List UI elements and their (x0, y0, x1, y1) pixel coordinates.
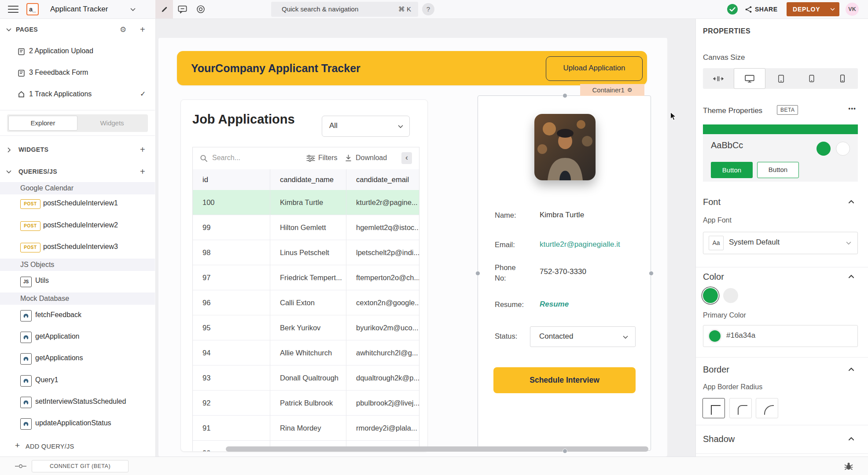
query-item[interactable]: POST postScheduleInterview1 (0, 195, 155, 213)
canvas-size-label: Canvas Size (703, 53, 745, 62)
widget-settings-gear-icon[interactable]: ⚙ (627, 87, 633, 93)
resize-handle-right[interactable] (649, 271, 654, 276)
table-row[interactable]: 92 Patrick Bulbrook pbulbrook2j@livej... (193, 391, 419, 416)
sidebar-page-feedback-form[interactable]: 3 Feeedback Form (0, 64, 155, 82)
collapse-panel-button[interactable]: ‹ (401, 152, 412, 164)
share-button[interactable]: SHARE (755, 6, 778, 13)
deploy-button[interactable]: DEPLOY (787, 2, 839, 16)
hamburger-menu-icon[interactable] (8, 5, 18, 13)
user-avatar[interactable]: VK (846, 3, 859, 16)
resize-handle-top[interactable] (563, 93, 567, 98)
candidate-detail-container[interactable]: Name: Kimbra Turtle Email: kturtle2r@pag… (478, 95, 651, 451)
query-item[interactable]: setInterviewStatusScheduled (0, 393, 155, 411)
sidebar-page-track-applications[interactable]: 1 Track Applications ✓ (0, 86, 155, 103)
comment-mode-icon[interactable] (178, 5, 187, 14)
js-object-item[interactable]: JS Utils (0, 273, 155, 290)
query-item[interactable]: POST postScheduleInterview3 (0, 239, 155, 256)
column-header-id[interactable]: id (193, 169, 270, 190)
border-radius-large[interactable] (756, 398, 778, 418)
color-swatch-green-selected[interactable] (703, 288, 718, 303)
cell-email: kturtle2r@pagine... (346, 190, 419, 215)
preview-mode-icon[interactable] (196, 5, 205, 14)
resize-handle-bottom[interactable] (563, 449, 567, 453)
pages-settings-gear-icon[interactable]: ⚙ (120, 25, 126, 34)
table-row[interactable]: 98 Linus Petschelt lpetschelt2p@indi... (193, 240, 419, 265)
primary-color-input[interactable]: #16a34a (703, 325, 858, 347)
theme-options-menu[interactable]: ••• (848, 105, 856, 112)
canvas-size-desktop-selected[interactable] (734, 68, 765, 89)
resume-link[interactable]: Resume (540, 300, 569, 309)
font-collapse-chevron-up-icon[interactable] (848, 200, 854, 204)
datasource-group-js-objects[interactable]: JS Objects (0, 259, 155, 271)
canvas-size-tablet-large[interactable] (765, 68, 796, 89)
table-row[interactable]: 94 Allie Whitchurch awhitchurch2l@g... (193, 340, 419, 365)
pages-chevron-down-icon[interactable] (6, 28, 11, 32)
datasource-group-google-calendar[interactable]: Google Calendar (0, 182, 155, 194)
debug-bug-icon[interactable] (844, 462, 853, 471)
sidebar-page-application-upload[interactable]: 2 Application Upload (0, 43, 155, 60)
share-icon[interactable] (745, 6, 752, 13)
upload-application-button[interactable]: Upload Application (546, 56, 643, 81)
shadow-collapse-chevron-up-icon[interactable] (848, 437, 854, 441)
app-font-select[interactable]: Aa System Default (703, 232, 858, 254)
resume-label: Resume: (495, 300, 524, 309)
edit-mode-button[interactable] (155, 0, 173, 18)
app-title-chevron-down-icon[interactable] (130, 8, 136, 11)
query-item[interactable]: getApplication (0, 328, 155, 346)
widgets-section-header[interactable]: WIDGETS + (0, 143, 155, 157)
connect-git-button[interactable]: CONNECT GIT (BETA) (32, 460, 129, 472)
schedule-interview-button[interactable]: Schedule Interview (493, 367, 636, 393)
datasource-group-mock-database[interactable]: Mock Database (0, 292, 155, 305)
query-item[interactable]: updateApplicationStatus (0, 415, 155, 432)
table-header-row: id candidate_name candidate_email (193, 169, 419, 190)
query-item[interactable]: POST postScheduleInterview2 (0, 217, 155, 235)
app-logo[interactable]: a_ (26, 3, 39, 15)
tab-widgets[interactable]: Widgets (77, 116, 147, 131)
app-title[interactable]: Applicant Tracker (50, 5, 108, 14)
query-item[interactable]: getApplications (0, 350, 155, 367)
widgets-chevron-right-icon[interactable] (7, 147, 11, 153)
border-radius-none-selected[interactable] (702, 398, 725, 418)
add-query-plus-button[interactable]: + (140, 167, 145, 176)
queries-chevron-down-icon[interactable] (6, 170, 11, 174)
resize-handle-left[interactable] (475, 271, 480, 276)
query-item[interactable]: Query1 (0, 372, 155, 389)
tab-explorer[interactable]: Explorer (8, 116, 77, 131)
add-widget-button[interactable]: + (140, 145, 145, 154)
table-row-selected[interactable]: 100 Kimbra Turtle kturtle2r@pagine... (193, 190, 419, 215)
help-button[interactable]: ? (422, 3, 434, 15)
table-row[interactable]: 97 Friedrick Tempert... ftemperton2o@ch.… (193, 265, 419, 290)
horizontal-scrollbar[interactable] (226, 446, 648, 452)
table-row[interactable]: 95 Berk Yurikov byurikov2m@uco... (193, 315, 419, 340)
border-radius-medium[interactable] (729, 398, 752, 418)
quick-search-placeholder: Quick search & navigation (282, 5, 358, 13)
table-row[interactable]: 93 Donall Qualtrough dqualtrough2k@p... (193, 365, 419, 391)
query-item[interactable]: fetchFeedback (0, 307, 155, 324)
quick-search-input[interactable]: Quick search & navigation ⌘ K (271, 2, 418, 17)
table-title: Job Applications (192, 112, 295, 127)
table-search-input[interactable]: Search... (212, 154, 240, 162)
table-row[interactable]: 91 Rina Mordey rmordey2i@plala... (193, 416, 419, 441)
table-row[interactable]: 96 Calli Exton cexton2n@google... (193, 290, 419, 315)
canvas-size-fluid[interactable] (703, 68, 734, 89)
selected-widget-badge[interactable]: Container1 ⚙ (580, 84, 644, 96)
email-link[interactable]: kturtle2r@paginegialle.it (540, 240, 620, 249)
canvas-size-mobile[interactable] (827, 68, 858, 89)
add-page-button[interactable]: + (140, 25, 145, 34)
column-header-candidate-name[interactable]: candidate_name (270, 169, 346, 190)
color-swatch-gray[interactable] (723, 288, 738, 303)
status-filter-select[interactable]: All (322, 116, 410, 137)
column-header-candidate-email[interactable]: candidate_email (346, 169, 419, 190)
filters-button[interactable]: Filters (318, 154, 338, 162)
canvas-size-tablet[interactable] (796, 68, 827, 89)
table-row[interactable]: 99 Hilton Gemlett hgemlett2q@istoc... (193, 215, 419, 240)
status-select[interactable]: Contacted (530, 326, 636, 347)
download-button[interactable]: Download (356, 154, 387, 162)
add-query-js-button[interactable]: + ADD QUERY/JS (0, 440, 155, 453)
color-collapse-chevron-up-icon[interactable] (848, 274, 854, 278)
border-collapse-chevron-up-icon[interactable] (848, 367, 854, 371)
postgres-icon (20, 332, 32, 343)
app-canvas: YourCompany Applicant Tracker Upload App… (156, 18, 695, 457)
queries-section-header[interactable]: QUERIES/JS + (0, 165, 155, 179)
sharp-corner-icon (711, 405, 721, 415)
